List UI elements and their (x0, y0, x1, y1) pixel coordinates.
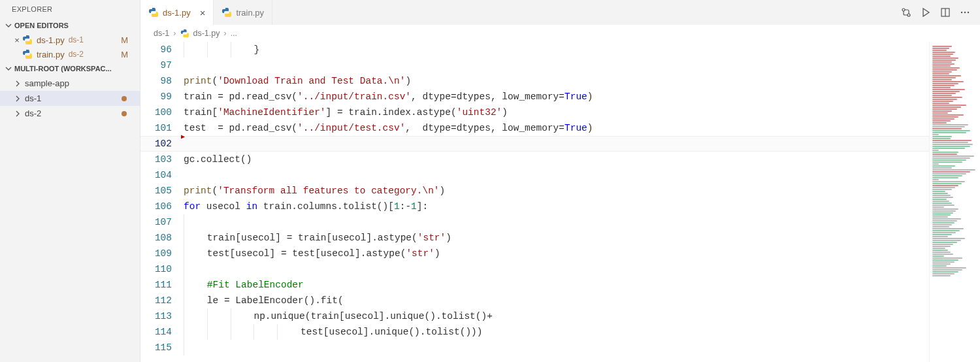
chevron-right-icon (13, 109, 22, 118)
tab-bar: ds-1.py×train.py (140, 0, 980, 25)
line-number: 107 (140, 214, 172, 230)
split-editor-icon[interactable] (939, 7, 951, 18)
workspace-folder-name: ds-1 (25, 93, 41, 103)
python-file-icon (22, 49, 33, 59)
open-editor-dir: ds-2 (69, 50, 84, 59)
code-line[interactable]: } (184, 42, 929, 58)
breadcrumb-file[interactable]: ds-1.py (193, 29, 220, 38)
line-number: 101 (140, 120, 172, 136)
code-line[interactable] (184, 340, 929, 355)
python-file-icon (180, 29, 189, 38)
line-number: 98 (140, 73, 172, 89)
open-editors-section-header[interactable]: OPEN EDITORS (0, 18, 140, 33)
open-editor-filename: train.py (37, 50, 65, 59)
code-line[interactable] (184, 58, 929, 73)
chevron-right-icon: › (224, 29, 227, 38)
line-number: 99 (140, 89, 172, 105)
code-line[interactable]: #Fit LabelEncoder (184, 277, 929, 293)
tab-actions (900, 0, 980, 25)
code-line[interactable]: print('Download Train and Test Data.\n') (184, 73, 929, 89)
chevron-down-icon (4, 21, 13, 30)
open-editor-filename: ds-1.py (37, 35, 65, 45)
svg-point-5 (964, 12, 966, 13)
line-number: 104 (140, 167, 172, 183)
code-line[interactable]: train = pd.read_csv('../input/train.csv'… (184, 89, 929, 105)
open-editor-dir: ds-1 (69, 35, 84, 44)
workspace-folder[interactable]: sample-app (0, 76, 140, 91)
code-line[interactable]: test[usecol] = test[usecol].astype('str'… (184, 246, 929, 261)
breadcrumb[interactable]: ds-1 › ds-1.py › ... (140, 25, 980, 42)
open-editors-label: OPEN EDITORS (14, 22, 69, 29)
python-file-icon (22, 35, 33, 45)
code-line[interactable]: test[usecol].unique().tolist())) (184, 324, 929, 340)
code-line[interactable]: le = LabelEncoder().fit( (184, 293, 929, 308)
line-number: 102 (140, 136, 172, 152)
breadcrumb-folder[interactable]: ds-1 (154, 29, 169, 38)
code-line[interactable] (184, 136, 929, 152)
more-actions-icon[interactable] (959, 7, 971, 18)
chevron-right-icon: › (173, 29, 176, 38)
open-editor-item[interactable]: train.pyds-2M (0, 47, 140, 61)
workspace-folder[interactable]: ds-2 (0, 106, 140, 121)
close-icon[interactable]: × (200, 7, 206, 18)
editor-tab[interactable]: ds-1.py× (140, 0, 214, 25)
python-file-icon (148, 7, 159, 18)
chevron-down-icon (4, 64, 13, 73)
tab-filename: ds-1.py (163, 8, 191, 18)
python-file-icon (221, 7, 232, 18)
line-number: 100 (140, 105, 172, 120)
run-icon[interactable] (920, 7, 932, 18)
line-number: 112 (140, 293, 172, 308)
line-number: 96 (140, 42, 172, 58)
line-number: 97 (140, 58, 172, 73)
code-line[interactable]: for usecol in train.columns.tolist()[1:-… (184, 199, 929, 214)
svg-point-6 (968, 12, 969, 13)
modified-dot-icon (122, 96, 127, 101)
line-number: 103 (140, 152, 172, 167)
explorer-title: EXPLORER (0, 0, 140, 18)
svg-point-4 (961, 12, 962, 13)
line-number: 114 (140, 324, 172, 340)
explorer-sidebar: EXPLORER OPEN EDITORS ×ds-1.pyds-1Mtrain… (0, 0, 140, 362)
workspace-folder[interactable]: ds-1 (0, 91, 140, 106)
workspace-folder-name: ds-2 (25, 108, 41, 118)
code-line[interactable] (184, 261, 929, 277)
workspace-label: MULTI-ROOT (WORKSPAC... (14, 65, 112, 73)
code-line[interactable]: np.unique(train[usecol].unique().tolist(… (184, 308, 929, 324)
line-gutter: 9697989910010110210310410510610710810911… (140, 42, 184, 362)
modified-indicator: M (121, 35, 136, 45)
close-icon[interactable]: × (12, 35, 22, 45)
line-number: 110 (140, 261, 172, 277)
chevron-right-icon (13, 79, 22, 88)
code-line[interactable]: test = pd.read_csv('../input/test.csv', … (184, 120, 929, 136)
chevron-right-icon (13, 94, 22, 103)
line-number: 105 (140, 183, 172, 199)
code-line[interactable]: gc.collect() (184, 152, 929, 167)
editor-tab[interactable]: train.py (214, 0, 272, 25)
code-line[interactable] (184, 167, 929, 183)
line-number: 109 (140, 246, 172, 261)
line-number: 113 (140, 308, 172, 324)
open-editor-item[interactable]: ×ds-1.pyds-1M (0, 33, 140, 47)
svg-point-1 (907, 14, 910, 16)
code-editor[interactable]: 9697989910010110210310410510610710810911… (140, 42, 980, 362)
workspace-section-header[interactable]: MULTI-ROOT (WORKSPAC... (0, 61, 140, 76)
code-line[interactable]: train['MachineIdentifier'] = train.index… (184, 105, 929, 120)
line-number: 108 (140, 230, 172, 246)
code-line[interactable]: train[usecol] = train[usecol].astype('st… (184, 230, 929, 246)
compare-changes-icon[interactable] (900, 7, 912, 18)
minimap[interactable] (929, 42, 980, 362)
tab-filename: train.py (236, 8, 264, 18)
workspace-folder-name: sample-app (25, 78, 69, 88)
line-number: 115 (140, 340, 172, 355)
modified-dot-icon (122, 111, 127, 116)
code-line[interactable] (184, 214, 929, 230)
code-line[interactable]: print('Transform all features to categor… (184, 183, 929, 199)
line-number: 106 (140, 199, 172, 214)
line-number: 111 (140, 277, 172, 293)
modified-indicator: M (121, 50, 136, 59)
code-content[interactable]: } print('Download Train and Test Data.\n… (184, 42, 929, 362)
editor-area: ds-1.py×train.py ds-1 › ds-1.py › ... 96… (140, 0, 980, 362)
svg-point-0 (902, 8, 905, 11)
breadcrumb-more[interactable]: ... (231, 29, 237, 38)
